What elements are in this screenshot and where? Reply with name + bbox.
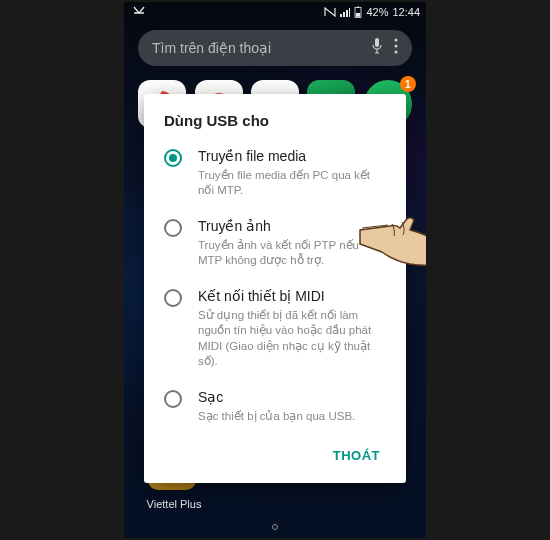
home-indicator <box>272 524 278 530</box>
option-desc: Truyền ảnh và kết nối PTP nếu MTP không … <box>198 238 386 269</box>
option-midi[interactable]: Kết nối thiết bị MIDI Sử dụng thiết bị đ… <box>144 279 406 380</box>
more-icon[interactable] <box>394 38 398 58</box>
status-bar: 42% 12:44 <box>124 2 426 22</box>
svg-rect-2 <box>356 13 360 17</box>
search-bar[interactable]: Tìm trên điện thoại <box>138 30 412 66</box>
option-photo-transfer[interactable]: Truyền ảnh Truyền ảnh và kết nối PTP nếu… <box>144 209 406 279</box>
radio-icon <box>164 149 182 167</box>
svg-point-6 <box>395 51 398 54</box>
option-desc: Sử dụng thiết bị đã kết nối làm nguồn tí… <box>198 308 386 370</box>
option-title: Truyền ảnh <box>198 217 386 236</box>
svg-point-5 <box>395 45 398 48</box>
battery-icon <box>354 6 362 18</box>
dialog-title: Dùng USB cho <box>144 112 406 139</box>
radio-icon <box>164 390 182 408</box>
option-title: Kết nối thiết bị MIDI <box>198 287 386 306</box>
phone-badge: 1 <box>400 76 416 92</box>
svg-rect-3 <box>375 38 379 47</box>
phone-frame: 42% 12:44 Tìm trên điện thoại 1 Viet <box>124 2 426 538</box>
search-placeholder: Tìm trên điện thoại <box>152 40 360 56</box>
exit-button[interactable]: THOÁT <box>323 440 390 471</box>
notification-icon <box>132 5 146 17</box>
signal-icon <box>340 7 350 17</box>
battery-percent: 42% <box>366 6 388 18</box>
svg-point-4 <box>395 39 398 42</box>
usb-dialog: Dùng USB cho Truyền file media Truyền fi… <box>144 94 406 483</box>
option-media-transfer[interactable]: Truyền file media Truyền file media đến … <box>144 139 406 209</box>
option-title: Sạc <box>198 388 386 407</box>
app-viettel-plus-label: Viettel Plus <box>144 498 204 510</box>
option-charge[interactable]: Sạc Sạc thiết bị của bạn qua USB. <box>144 380 406 434</box>
radio-icon <box>164 289 182 307</box>
mic-icon[interactable] <box>370 37 384 59</box>
option-title: Truyền file media <box>198 147 386 166</box>
option-desc: Sạc thiết bị của bạn qua USB. <box>198 409 386 425</box>
nfc-icon <box>324 7 336 17</box>
svg-rect-1 <box>357 7 359 8</box>
clock: 12:44 <box>392 6 420 18</box>
option-desc: Truyền file media đến PC qua kết nối MTP… <box>198 168 386 199</box>
radio-icon <box>164 219 182 237</box>
dialog-actions: THOÁT <box>144 434 406 475</box>
